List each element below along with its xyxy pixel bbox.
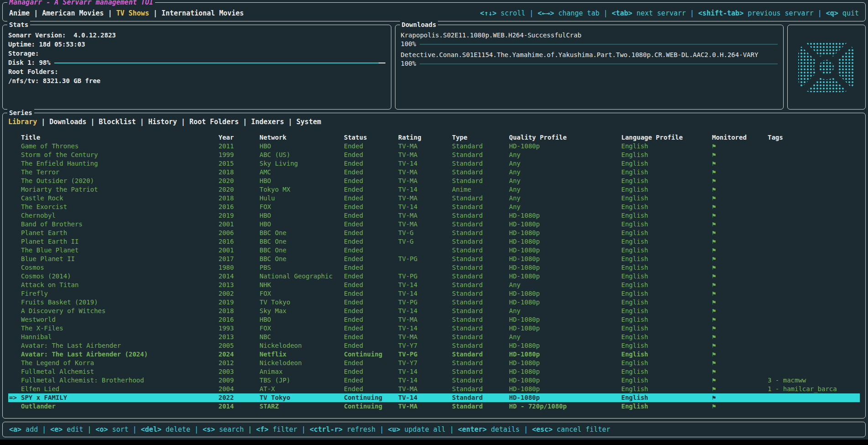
cell-network: Nickelodeon — [260, 359, 344, 367]
cell-type: Standard — [452, 359, 509, 367]
cell-network: AT-X — [260, 385, 344, 393]
table-row[interactable]: Attack on Titan 2013 NHK Ended TV-14 Sta… — [8, 281, 860, 289]
selection-marker — [8, 255, 21, 263]
table-row[interactable]: Game of Thrones 2011 HBO Ended TV-MA Sta… — [8, 142, 860, 151]
series-tab-indexers[interactable]: Indexers — [251, 118, 284, 126]
cell-tags — [768, 142, 860, 151]
selection-marker — [8, 359, 21, 367]
selection-marker — [8, 246, 21, 255]
table-row[interactable]: The Blue Planet 2001 BBC One Ended Stand… — [8, 246, 860, 255]
servarr-tab-tv-shows[interactable]: TV Shows — [116, 9, 149, 17]
root-folders-label: Root Folders: — [8, 67, 385, 76]
selection-marker — [8, 220, 21, 229]
table-row[interactable]: Castle Rock 2018 Hulu Ended TV-MA Standa… — [8, 194, 860, 203]
table-row[interactable]: Fullmetal Alchemist: Brotherhood 2009 TB… — [8, 376, 860, 385]
cell-year: 1980 — [218, 263, 260, 272]
cell-tags — [768, 359, 860, 367]
cell-title: Planet Earth — [21, 229, 218, 237]
series-tab-blocklist[interactable]: Blocklist — [99, 118, 136, 126]
table-row[interactable]: Planet Earth 2006 BBC One Ended TV-G Sta… — [8, 229, 860, 237]
table-row[interactable]: Avatar: The Last Airbender 2005 Nickelod… — [8, 341, 860, 350]
series-tab-system[interactable]: System — [296, 118, 321, 126]
table-row[interactable]: Moriarty the Patriot 2020 Tokyo MX Ended… — [8, 185, 860, 194]
cell-network: Netflix — [260, 350, 344, 359]
series-tab-downloads[interactable]: Downloads — [49, 118, 86, 126]
cell-network: Nickelodeon — [260, 341, 344, 350]
table-row[interactable]: Blue Planet II 2017 BBC One Ended TV-PG … — [8, 255, 860, 263]
table-row[interactable]: The Terror 2018 AMC Ended TV-MA Standard… — [8, 168, 860, 177]
series-tab-root-folders[interactable]: Root Folders — [189, 118, 239, 126]
cell-tags — [768, 263, 860, 272]
table-row[interactable]: Cosmos (2014) 2014 National Geographic E… — [8, 272, 860, 281]
selection-marker: => — [8, 393, 21, 402]
series-panel-title: Series — [7, 109, 34, 117]
table-row[interactable]: Hannibal 2013 NBC Ended TV-MA Standard A… — [8, 333, 860, 341]
cell-quality-profile: Any — [509, 159, 621, 168]
servarr-tab-anime[interactable]: Anime — [9, 9, 30, 17]
separator: | — [301, 425, 306, 434]
table-row[interactable]: Elfen Lied 2004 AT-X Ended TV-MA Standar… — [8, 385, 860, 393]
hint-key: <o> — [96, 425, 108, 434]
cell-status: Ended — [344, 333, 398, 341]
table-row[interactable]: Firefly 2002 FOX Ended TV-14 Standard HD… — [8, 289, 860, 298]
cell-type: Standard — [452, 393, 509, 402]
table-row[interactable]: Band of Brothers 2001 HBO Ended TV-MA St… — [8, 220, 860, 229]
cell-quality-profile: HD-1080p — [509, 237, 621, 246]
cell-network: HBO — [260, 177, 344, 185]
help-panel: <a> add|<e> edit|<o> sort|<del> delete|<… — [2, 422, 866, 437]
table-row[interactable]: Fullmetal Alchemist 2003 Animax Ended TV… — [8, 367, 860, 376]
table-row[interactable]: The Exorcist 2016 FOX Ended TV-14 Standa… — [8, 203, 860, 211]
table-row[interactable]: The X-Files 1993 FOX Ended TV-14 Standar… — [8, 324, 860, 333]
table-row[interactable]: Westworld 2016 HBO Ended TV-MA Standard … — [8, 315, 860, 324]
cell-status: Ended — [344, 376, 398, 385]
hint-change-tab: <←→> change tab — [538, 9, 599, 17]
cell-type: Anime — [452, 185, 509, 194]
table-row[interactable]: => SPY x FAMILY 2022 TV Tokyo Continuing… — [8, 393, 860, 402]
cell-rating: TV-MA — [398, 211, 452, 220]
cell-type: Standard — [452, 237, 509, 246]
table-row[interactable]: The Enfield Haunting 2015 Sky Living End… — [8, 159, 860, 168]
cell-title: Storm of the Century — [21, 151, 218, 159]
selection-marker — [8, 333, 21, 341]
series-tab-history[interactable]: History — [148, 118, 177, 126]
servarr-tab-american-movies[interactable]: American Movies — [42, 9, 104, 17]
table-row[interactable]: Fruits Basket (2019) 2019 TV Tokyo Ended… — [8, 298, 860, 307]
table-row[interactable]: Storm of the Century 1999 ABC (US) Ended… — [8, 151, 860, 159]
table-row[interactable]: The Legend of Korra 2012 Nickelodeon End… — [8, 359, 860, 367]
column-header-status: Status — [344, 133, 398, 142]
cell-quality-profile: Any — [509, 333, 621, 341]
cell-title: Hannibal — [21, 333, 218, 341]
cell-year: 2016 — [218, 203, 260, 211]
table-row[interactable]: Chernobyl 2019 HBO Ended TV-MA Standard … — [8, 211, 860, 220]
table-row[interactable]: A Discovery of Witches 2018 Sky Max Ende… — [8, 307, 860, 315]
hint-details: <enter> details — [458, 425, 520, 434]
cell-title: Outlander — [21, 402, 218, 411]
cell-year: 2009 — [218, 376, 260, 385]
cell-year: 2024 — [218, 350, 260, 359]
managarr-screen: Managarr - A Servarr management TUI Anim… — [0, 0, 868, 440]
cell-tags — [768, 402, 860, 411]
series-tab-library[interactable]: Library — [8, 118, 37, 126]
servarr-tab-international-movies[interactable]: International Movies — [161, 9, 244, 17]
cell-status: Ended — [344, 359, 398, 367]
cell-title: Chernobyl — [21, 211, 218, 220]
selection-marker — [8, 376, 21, 385]
cell-title: The Legend of Korra — [21, 359, 218, 367]
cell-language-profile: English — [621, 151, 712, 159]
monitored-icon: ⚑ — [712, 385, 768, 393]
cell-year: 2016 — [218, 315, 260, 324]
cell-language-profile: English — [621, 359, 712, 367]
table-row[interactable]: The Outsider (2020) 2020 HBO Ended TV-MA… — [8, 177, 860, 185]
cell-quality-profile: Any — [509, 168, 621, 177]
cell-status: Ended — [344, 203, 398, 211]
cell-status: Ended — [344, 298, 398, 307]
table-row[interactable]: Planet Earth II 2016 BBC One Ended TV-G … — [8, 237, 860, 246]
cell-type: Standard — [452, 263, 509, 272]
table-row[interactable]: Avatar: The Last Airbender (2024) 2024 N… — [8, 350, 860, 359]
table-row[interactable]: Outlander 2014 STARZ Continuing TV-MA St… — [8, 402, 860, 411]
hint-key: <u> — [388, 425, 400, 434]
selection-marker — [8, 194, 21, 203]
separator: | — [524, 425, 528, 434]
cell-quality-profile: HD-1080p — [509, 350, 621, 359]
table-row[interactable]: Cosmos 1980 PBS Ended Standard HD-1080p … — [8, 263, 860, 272]
